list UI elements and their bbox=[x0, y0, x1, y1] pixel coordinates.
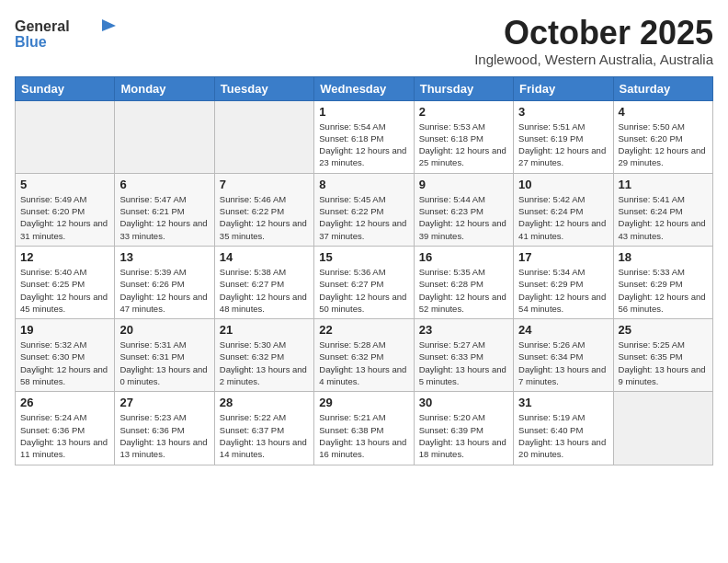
svg-text:Blue: Blue bbox=[15, 34, 47, 50]
weekday-header-friday: Friday bbox=[514, 76, 613, 100]
page-header: General Blue October 2025 Inglewood, Wes… bbox=[15, 15, 713, 67]
calendar-day-cell: 4Sunrise: 5:50 AM Sunset: 6:20 PM Daylig… bbox=[613, 100, 712, 173]
calendar-day-cell: 10Sunrise: 5:42 AM Sunset: 6:24 PM Dayli… bbox=[514, 173, 613, 246]
day-info: Sunrise: 5:27 AM Sunset: 6:33 PM Dayligh… bbox=[419, 339, 508, 387]
calendar-day-cell: 2Sunrise: 5:53 AM Sunset: 6:18 PM Daylig… bbox=[414, 100, 513, 173]
day-number: 16 bbox=[419, 250, 508, 264]
calendar-week-row: 1Sunrise: 5:54 AM Sunset: 6:18 PM Daylig… bbox=[16, 100, 713, 173]
calendar-day-cell bbox=[115, 100, 214, 173]
calendar-day-cell: 14Sunrise: 5:38 AM Sunset: 6:27 PM Dayli… bbox=[214, 246, 313, 318]
day-info: Sunrise: 5:30 AM Sunset: 6:32 PM Dayligh… bbox=[220, 339, 309, 387]
calendar-day-cell: 27Sunrise: 5:23 AM Sunset: 6:36 PM Dayli… bbox=[115, 392, 214, 465]
calendar-day-cell: 30Sunrise: 5:20 AM Sunset: 6:39 PM Dayli… bbox=[414, 392, 513, 465]
day-number: 22 bbox=[319, 323, 408, 337]
calendar-day-cell: 9Sunrise: 5:44 AM Sunset: 6:23 PM Daylig… bbox=[414, 173, 513, 246]
day-number: 27 bbox=[119, 396, 209, 409]
weekday-header-monday: Monday bbox=[115, 76, 214, 100]
weekday-header-wednesday: Wednesday bbox=[314, 76, 414, 100]
day-info: Sunrise: 5:47 AM Sunset: 6:21 PM Dayligh… bbox=[119, 193, 209, 242]
day-info: Sunrise: 5:44 AM Sunset: 6:23 PM Dayligh… bbox=[419, 193, 508, 242]
day-info: Sunrise: 5:22 AM Sunset: 6:37 PM Dayligh… bbox=[220, 411, 309, 460]
day-info: Sunrise: 5:31 AM Sunset: 6:31 PM Dayligh… bbox=[119, 339, 209, 387]
calendar-day-cell bbox=[613, 392, 712, 465]
logo-icon: General Blue bbox=[15, 15, 116, 52]
calendar-day-cell bbox=[16, 100, 115, 173]
calendar-day-cell: 18Sunrise: 5:33 AM Sunset: 6:29 PM Dayli… bbox=[613, 246, 712, 318]
day-info: Sunrise: 5:26 AM Sunset: 6:34 PM Dayligh… bbox=[518, 339, 608, 387]
svg-text:General: General bbox=[15, 18, 70, 34]
calendar-day-cell: 31Sunrise: 5:19 AM Sunset: 6:40 PM Dayli… bbox=[514, 392, 613, 465]
location-subtitle: Inglewood, Western Australia, Australia bbox=[474, 52, 713, 67]
day-info: Sunrise: 5:46 AM Sunset: 6:22 PM Dayligh… bbox=[220, 193, 309, 242]
month-title: October 2025 bbox=[474, 15, 713, 52]
day-info: Sunrise: 5:39 AM Sunset: 6:26 PM Dayligh… bbox=[119, 266, 209, 315]
calendar-day-cell: 1Sunrise: 5:54 AM Sunset: 6:18 PM Daylig… bbox=[314, 100, 414, 173]
calendar-day-cell: 13Sunrise: 5:39 AM Sunset: 6:26 PM Dayli… bbox=[115, 246, 214, 318]
calendar-day-cell: 17Sunrise: 5:34 AM Sunset: 6:29 PM Dayli… bbox=[514, 246, 613, 318]
weekday-header-row: SundayMondayTuesdayWednesdayThursdayFrid… bbox=[16, 76, 713, 100]
day-info: Sunrise: 5:25 AM Sunset: 6:35 PM Dayligh… bbox=[619, 339, 708, 387]
calendar-day-cell: 15Sunrise: 5:36 AM Sunset: 6:27 PM Dayli… bbox=[314, 246, 414, 318]
day-number: 13 bbox=[119, 250, 209, 264]
weekday-header-thursday: Thursday bbox=[414, 76, 513, 100]
calendar-day-cell bbox=[214, 100, 313, 173]
calendar-day-cell: 5Sunrise: 5:49 AM Sunset: 6:20 PM Daylig… bbox=[16, 173, 115, 246]
calendar-day-cell: 26Sunrise: 5:24 AM Sunset: 6:36 PM Dayli… bbox=[16, 392, 115, 465]
weekday-header-tuesday: Tuesday bbox=[214, 76, 313, 100]
day-number: 8 bbox=[319, 178, 408, 191]
day-number: 4 bbox=[619, 105, 708, 119]
calendar-day-cell: 16Sunrise: 5:35 AM Sunset: 6:28 PM Dayli… bbox=[414, 246, 513, 318]
svg-marker-1 bbox=[102, 19, 116, 31]
day-number: 2 bbox=[419, 105, 508, 119]
calendar-table: SundayMondayTuesdayWednesdayThursdayFrid… bbox=[15, 76, 713, 465]
day-number: 11 bbox=[619, 178, 708, 191]
day-info: Sunrise: 5:40 AM Sunset: 6:25 PM Dayligh… bbox=[20, 266, 109, 315]
day-info: Sunrise: 5:45 AM Sunset: 6:22 PM Dayligh… bbox=[319, 193, 408, 242]
day-info: Sunrise: 5:33 AM Sunset: 6:29 PM Dayligh… bbox=[619, 266, 708, 315]
weekday-header-sunday: Sunday bbox=[16, 76, 115, 100]
day-info: Sunrise: 5:24 AM Sunset: 6:36 PM Dayligh… bbox=[20, 411, 109, 460]
calendar-day-cell: 11Sunrise: 5:41 AM Sunset: 6:24 PM Dayli… bbox=[613, 173, 712, 246]
day-number: 10 bbox=[518, 178, 608, 191]
day-number: 23 bbox=[419, 323, 508, 337]
day-info: Sunrise: 5:51 AM Sunset: 6:19 PM Dayligh… bbox=[518, 121, 608, 169]
day-info: Sunrise: 5:49 AM Sunset: 6:20 PM Dayligh… bbox=[20, 193, 109, 242]
day-info: Sunrise: 5:38 AM Sunset: 6:27 PM Dayligh… bbox=[220, 266, 309, 315]
day-number: 19 bbox=[20, 323, 109, 337]
calendar-week-row: 19Sunrise: 5:32 AM Sunset: 6:30 PM Dayli… bbox=[16, 319, 713, 392]
day-info: Sunrise: 5:41 AM Sunset: 6:24 PM Dayligh… bbox=[619, 193, 708, 242]
calendar-day-cell: 8Sunrise: 5:45 AM Sunset: 6:22 PM Daylig… bbox=[314, 173, 414, 246]
calendar-day-cell: 22Sunrise: 5:28 AM Sunset: 6:32 PM Dayli… bbox=[314, 319, 414, 392]
calendar-day-cell: 6Sunrise: 5:47 AM Sunset: 6:21 PM Daylig… bbox=[115, 173, 214, 246]
calendar-day-cell: 25Sunrise: 5:25 AM Sunset: 6:35 PM Dayli… bbox=[613, 319, 712, 392]
day-number: 7 bbox=[220, 178, 309, 191]
day-number: 5 bbox=[20, 178, 109, 191]
day-number: 31 bbox=[518, 396, 608, 409]
calendar-day-cell: 21Sunrise: 5:30 AM Sunset: 6:32 PM Dayli… bbox=[214, 319, 313, 392]
day-info: Sunrise: 5:34 AM Sunset: 6:29 PM Dayligh… bbox=[518, 266, 608, 315]
day-number: 1 bbox=[319, 105, 408, 119]
day-info: Sunrise: 5:50 AM Sunset: 6:20 PM Dayligh… bbox=[619, 121, 708, 169]
day-info: Sunrise: 5:42 AM Sunset: 6:24 PM Dayligh… bbox=[518, 193, 608, 242]
calendar-day-cell: 7Sunrise: 5:46 AM Sunset: 6:22 PM Daylig… bbox=[214, 173, 313, 246]
calendar-day-cell: 19Sunrise: 5:32 AM Sunset: 6:30 PM Dayli… bbox=[16, 319, 115, 392]
calendar-day-cell: 24Sunrise: 5:26 AM Sunset: 6:34 PM Dayli… bbox=[514, 319, 613, 392]
calendar-day-cell: 28Sunrise: 5:22 AM Sunset: 6:37 PM Dayli… bbox=[214, 392, 313, 465]
day-number: 18 bbox=[619, 250, 708, 264]
calendar-day-cell: 29Sunrise: 5:21 AM Sunset: 6:38 PM Dayli… bbox=[314, 392, 414, 465]
day-info: Sunrise: 5:36 AM Sunset: 6:27 PM Dayligh… bbox=[319, 266, 408, 315]
day-number: 9 bbox=[419, 178, 508, 191]
weekday-header-saturday: Saturday bbox=[613, 76, 712, 100]
day-info: Sunrise: 5:19 AM Sunset: 6:40 PM Dayligh… bbox=[518, 411, 608, 460]
day-number: 6 bbox=[119, 178, 209, 191]
day-info: Sunrise: 5:28 AM Sunset: 6:32 PM Dayligh… bbox=[319, 339, 408, 387]
day-info: Sunrise: 5:23 AM Sunset: 6:36 PM Dayligh… bbox=[119, 411, 209, 460]
day-number: 29 bbox=[319, 396, 408, 409]
day-number: 25 bbox=[619, 323, 708, 337]
title-section: October 2025 Inglewood, Western Australi… bbox=[474, 15, 713, 67]
calendar-day-cell: 3Sunrise: 5:51 AM Sunset: 6:19 PM Daylig… bbox=[514, 100, 613, 173]
day-number: 15 bbox=[319, 250, 408, 264]
day-number: 26 bbox=[20, 396, 109, 409]
day-number: 21 bbox=[220, 323, 309, 337]
calendar-week-row: 5Sunrise: 5:49 AM Sunset: 6:20 PM Daylig… bbox=[16, 173, 713, 246]
